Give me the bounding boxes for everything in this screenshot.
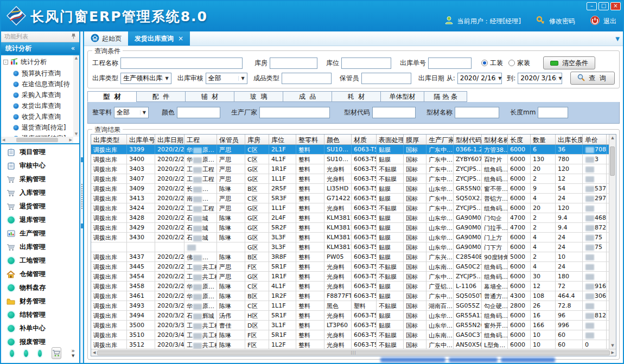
- table-row[interactable]: 调拨出库35002020/3/3工共工程曹佳D区3L1F整料LT3P606063…: [91, 321, 609, 330]
- profile-code-input[interactable]: [372, 107, 416, 118]
- sidebar-item-采购管理[interactable]: 采购管理: [1, 173, 79, 186]
- material-tab-辅材[interactable]: 辅 材: [185, 91, 234, 102]
- search-button[interactable]: 查 询: [570, 72, 615, 85]
- tree-horizontal-scrollbar[interactable]: ◀▶: [1, 137, 73, 143]
- column-header-工程[interactable]: 工程: [184, 135, 217, 144]
- table-row[interactable]: 调拨出库35122020/3/4工共工程陈琳F区1L2F整料光身料6063-T5…: [91, 340, 609, 349]
- sidebar-item-退库管理[interactable]: 退库管理: [1, 213, 79, 227]
- vertical-scrollbar-thumb[interactable]: [610, 146, 615, 176]
- tab-active[interactable]: 发货出库查询 ×: [128, 31, 190, 46]
- pin-icon[interactable]: [71, 33, 76, 41]
- close-button[interactable]: ×: [610, 2, 621, 10]
- column-header-单价[interactable]: 单价: [583, 135, 607, 144]
- tree-item-在途信息查询[待[interactable]: 在途信息查询[待: [3, 79, 79, 90]
- table-row[interactable]: 调拨出库34452020/2/27工共工程严思F区5R1F整料光身料6063-T…: [91, 262, 609, 272]
- sidebar-item-报废管理[interactable]: 报废管理: [1, 335, 79, 346]
- material-tab-耗材[interactable]: 耗 材: [332, 91, 380, 102]
- table-row[interactable]: 调拨出库34582020/2/28华原…陈琳C区4L1F整料光身料6063-T5…: [91, 282, 609, 291]
- table-row[interactable]: 调拨出库34282020/2/26石城陈琳G区2L4F整料KLM38176063…: [91, 213, 609, 223]
- table-row[interactable]: G区3L3F整料KLM38176063-T5贴膜国标山东华…GA90M09.门下…: [91, 242, 609, 252]
- color-input[interactable]: [177, 107, 220, 118]
- section-header[interactable]: 统计分析 «: [1, 42, 79, 54]
- radio-unselected-icon[interactable]: [508, 60, 515, 66]
- product-type-input[interactable]: [282, 73, 332, 84]
- tree-item-收货入库查询[interactable]: 收货入库查询: [3, 111, 79, 122]
- sidebar-item-生产管理[interactable]: 生产管理: [1, 227, 79, 240]
- column-header-出库单号[interactable]: 出库单号: [127, 135, 155, 144]
- cart-button[interactable]: [52, 347, 61, 359]
- sidebar-item-物料盘存[interactable]: 物料盘存: [1, 281, 79, 295]
- maximize-button[interactable]: □: [598, 2, 609, 10]
- radio-selected-icon[interactable]: [481, 60, 488, 66]
- date-to-select[interactable]: 2020/ 3/16▼: [518, 73, 562, 84]
- sidebar-item-退货管理[interactable]: 退货管理: [1, 200, 79, 213]
- material-tab-型材[interactable]: 型 材: [87, 91, 136, 102]
- column-header-出库类型[interactable]: 出库类型: [91, 135, 127, 144]
- table-row[interactable]: 调拨出库34002020/2/25华原…严思C区4L1F整料SU10…6063-…: [91, 155, 609, 164]
- table-row[interactable]: 调拨出库34032020/2/25工工程严思G区1R1F整料光身料6063-T5…: [91, 164, 609, 174]
- audit-select[interactable]: 全部▼: [206, 73, 247, 84]
- table-row[interactable]: 调拨出库34132020/2/26南…严思C区5R3F整料G714226063-…: [91, 194, 609, 203]
- material-tab-单体型材[interactable]: 单体型材: [380, 91, 424, 102]
- sidebar-splitter[interactable]: [80, 31, 84, 363]
- length-input[interactable]: [538, 107, 568, 118]
- column-header-表面处理[interactable]: 表面处理: [377, 135, 404, 144]
- tab-home[interactable]: 起始页: [84, 31, 128, 46]
- material-tab-成品[interactable]: 成 品: [283, 91, 332, 102]
- table-row[interactable]: 调拨出库34302020/2/26石城陈琳G区3L3F整料KLM38176063…: [91, 233, 609, 242]
- table-row[interactable]: 调拨出库34932020/3/2华原…陈琳C区1L1F整料黑色塑料不贴膜国标湖南…: [91, 301, 609, 311]
- tree-expander-icon[interactable]: -: [3, 60, 8, 65]
- column-header-长度[interactable]: 长度: [508, 135, 531, 144]
- table-row[interactable]: 调拨出库35102020/3/4工共工程陈琳F区5R1F整料光身料6063-T5…: [91, 330, 609, 340]
- sidebar-item-入库管理[interactable]: 入库管理: [1, 186, 79, 200]
- collapse-icon[interactable]: «: [71, 44, 75, 52]
- logout-link[interactable]: 退出: [603, 17, 616, 26]
- sidebar-item-财务管理[interactable]: 财务管理: [1, 295, 79, 308]
- table-row[interactable]: 调拨出库34942020/3/2石辉城汤伟H区5R1F整料光身料6063-T5贴…: [91, 311, 609, 321]
- table-row[interactable]: 调拨出库34612020/2/28华原…陈琳B区1R2F整料F8877FT606…: [91, 291, 609, 301]
- column-header-库房[interactable]: 库房: [245, 135, 269, 144]
- date-from-select[interactable]: 2020/ 2/16▼: [457, 73, 502, 84]
- sidebar-item-项目管理[interactable]: 项目管理: [1, 145, 79, 159]
- tab-list-dropdown-icon[interactable]: ▼: [615, 36, 623, 42]
- table-row[interactable]: 调拨出库34242020/2/26工工程严思G区1L1F整料光身料6063-T5…: [91, 203, 609, 213]
- tree-item-退库管理[待定][interactable]: 退库管理[待定]: [3, 133, 79, 137]
- tree-item-发货出库查询[interactable]: 发货出库查询: [3, 100, 79, 111]
- profile-name-input[interactable]: [455, 107, 499, 118]
- column-header-出库长度[interactable]: 出库长度: [556, 135, 583, 144]
- tree-root[interactable]: - 统计分析: [3, 56, 79, 68]
- material-tab-玻璃[interactable]: 玻 璃: [234, 91, 283, 102]
- column-header-材质[interactable]: 材质: [352, 135, 377, 144]
- column-header-生产厂家[interactable]: 生产厂家: [426, 135, 454, 144]
- column-header-保管员[interactable]: 保管员: [217, 135, 245, 144]
- module-dot-icon[interactable]: [38, 350, 42, 357]
- radio-workwear[interactable]: 工装: [481, 59, 503, 68]
- tree-vertical-scrollbar[interactable]: ▲▼: [73, 55, 79, 137]
- more-modules-button[interactable]: »▼: [71, 349, 75, 358]
- clear-conditions-button[interactable]: 清空条件: [543, 56, 595, 69]
- material-tab-隔热条[interactable]: 隔 热 条: [424, 91, 467, 102]
- radio-homewear[interactable]: 家装: [508, 59, 530, 68]
- manufacturer-input[interactable]: [259, 107, 330, 118]
- table-row[interactable]: 调拨出库34372020/2/27佛…陈琳B区3R8F整料PW056063-T5…: [91, 252, 609, 262]
- change-password-link[interactable]: 修改密码: [549, 17, 575, 26]
- table-row[interactable]: 调拨出库34092020/2/25长…陈琳B区2R5F整料LI35HD6063-…: [91, 184, 609, 194]
- location-input[interactable]: [341, 58, 391, 69]
- horizontal-scrollbar[interactable]: ◀|||▶: [91, 349, 616, 356]
- table-row[interactable]: 调拨出库33992020/2/25华原…严思C区2L1F整料SU10…6063-…: [91, 145, 609, 155]
- order-no-input[interactable]: [428, 58, 472, 69]
- tree-item-采购入库查询[interactable]: 采购入库查询: [3, 90, 79, 100]
- tree-item-退货查询[待定][interactable]: 退货查询[待定]: [3, 122, 79, 133]
- column-header-数量[interactable]: 数量: [531, 135, 556, 144]
- sidebar-item-仓储管理[interactable]: 仓储管理: [1, 267, 79, 281]
- table-row[interactable]: 调拨出库34292020/2/26石城陈琳G区5R2F整料KLM38176063…: [91, 223, 609, 233]
- column-header-型材名称[interactable]: 型材名称: [482, 135, 508, 144]
- minimize-button[interactable]: –: [587, 2, 597, 10]
- sidebar-item-结转管理[interactable]: 结转管理: [1, 308, 79, 322]
- sidebar-item-工地管理[interactable]: 工地管理: [1, 254, 79, 267]
- module-dot-icon[interactable]: [24, 350, 28, 357]
- warehouse-input[interactable]: [270, 58, 317, 69]
- sidebar-item-补单中心[interactable]: 补单中心: [1, 322, 79, 335]
- module-dot-icon[interactable]: [10, 350, 14, 357]
- column-header-膜厚[interactable]: 膜厚: [404, 135, 426, 144]
